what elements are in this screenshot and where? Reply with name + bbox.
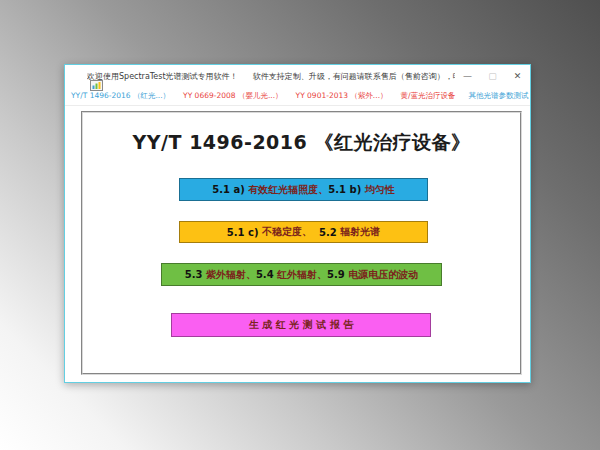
page-title: YY/T 1496-2016 《红光治疗设备》 [83,130,520,156]
window-controls: — ▢ ✕ [455,65,530,87]
button-label-segment: 5.3 [185,269,206,280]
button-label-segment: 5.9 [327,269,348,280]
instability-radiation-spectrum-button[interactable]: 5.1 c) 不稳定度、 5.2 辐射光谱 [179,221,428,243]
content-panel: YY/T 1496-2016 《红光治疗设备》 5.1 a) 有效红光辐照度、5… [81,111,522,375]
button-label-segment: 5.1 a) [212,184,248,195]
button-label-segment: 有效红光辐照度、 [248,183,328,197]
button-label-segment: 不稳定度、 [262,225,319,239]
button-label-segment: 5.1 b) [328,184,364,195]
generate-red-light-test-report-button[interactable]: 生 成 红 光 测 试 报 告 [171,313,431,337]
effective-red-irradiance-uniformity-button[interactable]: 5.1 a) 有效红光辐照度、5.1 b) 均匀性 [179,178,428,201]
tab-other-spectral-params[interactable]: 其他光谱参数测试 [469,91,529,101]
button-label-segment: 电源电压的波动 [348,268,418,282]
app-window: 欢迎使用SpectraTest光谱测试专用软件！ 软件支持定制、升级，有问题请联… [64,64,531,383]
tab-yellow-blue-light-therapy[interactable]: 黄/蓝光治疗设备 [401,91,456,101]
tab-yyt-1496-2016-red-light[interactable]: YY/T 1496-2016 （红光...） [71,91,170,101]
maximize-icon[interactable]: ▢ [480,65,505,87]
button-label-segment: 5.1 c) [227,227,262,238]
app-icon [70,71,83,82]
close-icon[interactable]: ✕ [505,65,530,87]
button-label-segment: 5.2 [319,227,340,238]
tab-bar: YY/T 1496-2016 （红光...）YY 0669-2008 （婴儿光.… [65,87,530,106]
button-label-segment: 辐射光谱 [340,225,380,239]
tab-yy-0901-2013-ultraviolet[interactable]: YY 0901-2013 （紫外...） [296,91,388,101]
minimize-icon[interactable]: — [455,65,480,87]
button-label-segment: 均匀性 [365,183,395,197]
uv-ir-voltage-fluctuation-button[interactable]: 5.3 紫外辐射、5.4 红外辐射、5.9 电源电压的波动 [161,263,442,286]
button-label-segment: 生 成 红 光 测 试 报 告 [249,318,353,332]
button-label-segment: 5.4 [256,269,277,280]
button-label-segment: 紫外辐射、 [206,268,256,282]
title-bar[interactable]: 欢迎使用SpectraTest光谱测试专用软件！ 软件支持定制、升级，有问题请联… [65,65,530,87]
tab-yy-0669-2008-infant-light[interactable]: YY 0669-2008 （婴儿光...） [183,91,282,101]
button-label-segment: 红外辐射、 [277,268,327,282]
desktop-background: 欢迎使用SpectraTest光谱测试专用软件！ 软件支持定制、升级，有问题请联… [0,0,600,450]
window-title: 欢迎使用SpectraTest光谱测试专用软件！ 软件支持定制、升级，有问题请联… [87,71,455,82]
